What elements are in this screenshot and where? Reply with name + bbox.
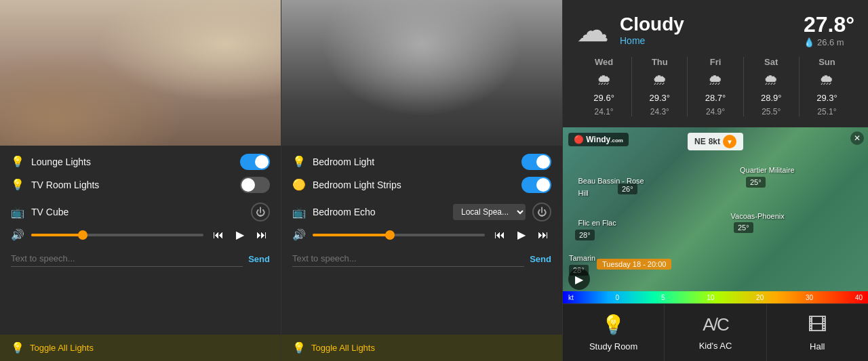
forecast-wed-high: 29.6° (593, 93, 614, 103)
bedroom-echo-send-button[interactable]: Send (530, 254, 551, 264)
color-bar-0: 0 (616, 294, 620, 301)
lounge-controls: 💡 Lounge Lights 💡 TV Room Lights 📺 TV Cu… (0, 146, 281, 335)
tv-room-lights-toggle[interactable] (240, 177, 270, 193)
weather-section: ☁ Cloudy Home 27.8° 💧 26.6 m Wed 🌧 (563, 0, 868, 127)
weather-rain: 💧 26.6 m (804, 37, 854, 47)
forecast-thu-low: 24.3° (650, 107, 669, 116)
map-timestamp: Tuesday 18 - 20:00 (597, 259, 671, 270)
bedroom-toggle-all-button[interactable]: 💡 Toggle All Lights (281, 335, 562, 361)
map-temp-25-quartier: 25° (746, 177, 766, 188)
forecast-sat-label: Sat (764, 57, 778, 67)
map-label-hill: Hill (578, 189, 589, 197)
lounge-image (0, 0, 281, 146)
map-temp-26: 26° (618, 184, 637, 194)
wind-orange-badge: ▼ (723, 135, 736, 148)
wind-direction: NE (694, 137, 706, 146)
windy-logo: 🔴 Windy.com (568, 133, 629, 146)
map-label-flic: Flic en Flac (578, 219, 616, 227)
color-bar-40: 40 (855, 294, 863, 301)
lounge-lights-toggle[interactable] (240, 154, 270, 170)
weather-temperature: 27.8° (804, 12, 854, 37)
forecast-wed: Wed 🌧 29.6° 24.1° (576, 57, 631, 116)
bedroom-echo-tts-row: Send (292, 251, 551, 267)
forecast-sat-icon: 🌧 (764, 71, 778, 89)
forecast-fri-high: 28.7° (705, 93, 726, 103)
forecast-wed-low: 24.1° (595, 107, 614, 116)
tv-cube-volume-slider[interactable] (31, 234, 203, 236)
hall-shortcut[interactable]: 🎞 Hall (767, 304, 868, 361)
color-bar-30: 30 (806, 294, 813, 301)
tv-cube-next-button[interactable]: ⏭ (254, 229, 270, 241)
tv-cube-tts-input[interactable] (11, 251, 243, 267)
bedroom-image (281, 0, 562, 146)
hall-icon: 🎞 (808, 314, 827, 336)
forecast-sun-icon: 🌧 (819, 71, 834, 89)
bedroom-light-label: Bedroom Light (313, 156, 515, 167)
tv-cube-play-button[interactable]: ▶ (233, 228, 247, 241)
forecast-sat-high: 28.9° (761, 93, 782, 103)
bedroom-echo-cast-icon: 📺 (292, 206, 306, 219)
map-close-button[interactable]: ✕ (850, 131, 864, 145)
bedroom-echo-power-button[interactable]: ⏻ (532, 203, 551, 221)
weather-location: Home (620, 35, 684, 46)
map-label-quartier: Quartier Militaire (740, 166, 795, 174)
tv-cube-row: 📺 TV Cube ⏻ (11, 203, 270, 221)
tv-cube-cast-icon: 📺 (11, 206, 24, 219)
color-bar-10: 10 (707, 294, 714, 301)
bedroom-light-row: 💡 Bedroom Light (292, 154, 551, 170)
bedroom-strips-row: 🟡 Bedroom Light Strips (292, 177, 551, 193)
forecast-sat-low: 25.5° (762, 107, 781, 116)
forecast-sun-high: 29.3° (816, 93, 837, 103)
lounge-lights-label: Lounge Lights (31, 156, 233, 167)
right-panel: ☁ Cloudy Home 27.8° 💧 26.6 m Wed 🌧 (563, 0, 868, 361)
forecast-sun-low: 25.1° (817, 107, 836, 116)
tv-room-lights-row: 💡 TV Room Lights (11, 177, 270, 193)
weather-temp-main: 27.8° 💧 26.6 m (804, 12, 854, 47)
forecast-sun-label: Sun (818, 57, 835, 67)
study-room-shortcut[interactable]: 💡 Study Room (563, 304, 665, 361)
study-room-icon: 💡 (601, 314, 625, 336)
bedroom-echo-volume-row: 🔊 ⏮ ▶ ⏭ (292, 228, 551, 241)
forecast-sun: Sun 🌧 29.3° 25.1° (799, 57, 854, 116)
weather-cloud-icon: ☁ (576, 11, 609, 49)
map-color-bar: kt 0 5 10 20 30 40 (563, 291, 868, 303)
bedroom-echo-volume-icon: 🔊 (292, 228, 306, 241)
study-room-label: Study Room (589, 341, 638, 352)
bedroom-echo-volume-slider[interactable] (313, 234, 485, 236)
kids-ac-label: Kid's AC (699, 341, 732, 351)
bedroom-panel: 💡 Bedroom Light 🟡 Bedroom Light Strips 📺… (281, 0, 563, 361)
forecast-wed-icon: 🌧 (597, 71, 612, 89)
map-temp-25-vacoas: 25° (734, 222, 753, 233)
bedroom-echo-source-selector[interactable]: Local Spea... (453, 204, 526, 220)
bedroom-light-toggle[interactable] (521, 154, 551, 170)
bedroom-echo-tts-input[interactable] (292, 251, 524, 267)
bedroom-echo-play-button[interactable]: ▶ (515, 228, 528, 241)
map-play-button[interactable]: ▶ (568, 268, 590, 290)
bedroom-toggle-all-label: Toggle All Lights (311, 343, 375, 353)
tv-cube-volume-icon: 🔊 (11, 228, 24, 241)
bedroom-strips-toggle[interactable] (521, 177, 551, 193)
map-label-tamarin: Tamarin (569, 254, 595, 262)
weather-left: ☁ Cloudy Home (576, 11, 684, 49)
bedroom-bulb-icon: 💡 (292, 155, 306, 169)
bedroom-echo-prev-button[interactable]: ⏮ (492, 229, 508, 241)
kids-ac-shortcut[interactable]: A/C Kid's AC (665, 304, 766, 361)
tv-cube-prev-button[interactable]: ⏮ (210, 229, 226, 241)
hall-label: Hall (810, 341, 825, 352)
map-background: NE 8kt ▼ 🔴 Windy.com ✕ Beau Bassin - Ros… (563, 127, 868, 303)
bedroom-echo-next-button[interactable]: ⏭ (535, 229, 551, 241)
lounge-panel: 💡 Lounge Lights 💡 TV Room Lights 📺 TV Cu… (0, 0, 281, 361)
forecast-fri-label: Fri (710, 57, 722, 67)
color-bar-kt: kt (568, 294, 574, 301)
tv-cube-send-button[interactable]: Send (248, 254, 270, 264)
forecast-fri-low: 24.9° (706, 107, 725, 116)
lounge-toggle-all-button[interactable]: 💡 Toggle All Lights (0, 335, 281, 361)
tv-room-lights-label: TV Room Lights (31, 179, 233, 190)
forecast-fri: Fri 🌧 28.7° 24.9° (687, 57, 743, 116)
bedroom-controls: 💡 Bedroom Light 🟡 Bedroom Light Strips 📺… (281, 146, 562, 335)
bedroom-echo-label: Bedroom Echo (313, 207, 446, 217)
tv-cube-power-button[interactable]: ⏻ (251, 203, 270, 221)
wind-info: NE 8kt ▼ (688, 133, 743, 150)
tv-cube-volume-row: 🔊 ⏮ ▶ ⏭ (11, 228, 270, 241)
weather-title: Cloudy Home (620, 14, 684, 46)
